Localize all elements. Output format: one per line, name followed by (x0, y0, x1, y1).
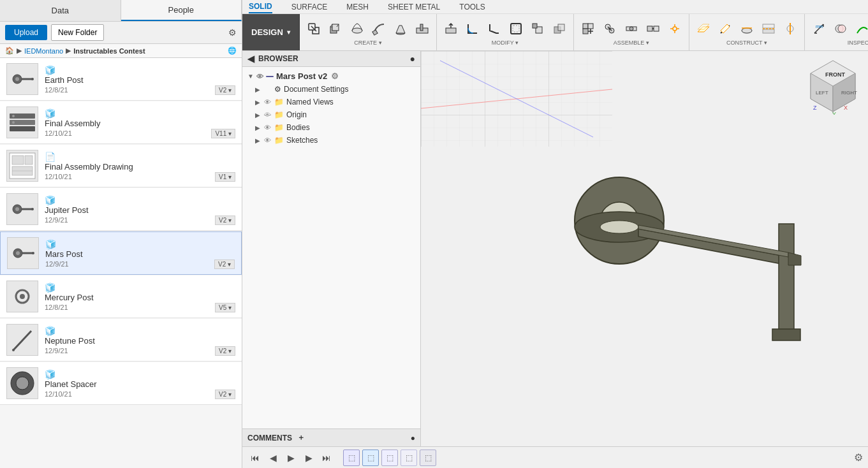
comments-collapse-icon[interactable]: ● (411, 434, 415, 442)
tree-bodies[interactable]: ▶ 👁 📁 Bodies (242, 121, 420, 134)
eye-icon[interactable]: 👁 (264, 124, 274, 131)
svg-point-3 (31, 78, 34, 80)
play-button[interactable]: ▶ (283, 450, 298, 465)
project-version[interactable]: V2 ▾ (214, 260, 235, 269)
root-name: Mars Post v2 (276, 71, 327, 81)
sweep-icon[interactable] (369, 19, 389, 38)
midplane-icon[interactable] (758, 19, 779, 38)
assemble-label[interactable]: ASSEMBLE ▾ (614, 40, 649, 46)
revolve-icon[interactable] (347, 19, 367, 38)
upload-button[interactable]: Upload (5, 25, 47, 40)
project-item[interactable]: 🧊 Earth Post 12/8/21 V2 ▾ (0, 58, 242, 101)
measure-icon[interactable]: mm (809, 19, 829, 38)
tab-solid[interactable]: SOLID (249, 1, 272, 13)
viewport-3d[interactable]: FRONT LEFT RIGHT X Z Y (421, 51, 868, 446)
settings-icon[interactable]: ⚙ (228, 27, 237, 38)
shell-icon[interactable] (506, 19, 526, 38)
eye-icon[interactable]: 👁 (256, 73, 263, 80)
axis-icon[interactable] (780, 19, 800, 38)
home-icon[interactable]: 🏠 (5, 47, 14, 55)
tree-named-views[interactable]: ▶ 👁 📁 Named Views (242, 96, 420, 108)
tree-origin[interactable]: ▶ 👁 📁 Origin (242, 108, 420, 121)
as-built-joint-icon[interactable] (621, 19, 642, 38)
browser-menu-icon[interactable]: ● (410, 54, 415, 64)
project-version[interactable]: V11 ▾ (211, 129, 235, 138)
prev-frame-button[interactable]: ◀ (265, 450, 281, 465)
project-version[interactable]: V2 ▾ (215, 390, 235, 399)
project-item[interactable]: 🧊 Final Assembly 12/10/21 V11 ▾ (0, 101, 242, 144)
project-item-mars[interactable]: 🧊 Mars Post 12/9/21 V2 ▾ (0, 231, 242, 275)
project-item[interactable]: 🧊 Jupiter Post 12/9/21 V2 ▾ (0, 188, 242, 231)
globe-icon[interactable]: 🌐 (228, 47, 237, 55)
plane-at-angle-icon[interactable] (715, 19, 735, 38)
new-component-icon[interactable] (578, 19, 598, 38)
nav-cube[interactable]: FRONT LEFT RIGHT X Z Y (804, 57, 862, 115)
tree-document-settings[interactable]: ▶ ⚙ Document Settings (242, 83, 420, 96)
interference-icon[interactable] (830, 19, 851, 38)
tl-icon-4[interactable]: ⬚ (401, 450, 417, 466)
eye-hidden-icon[interactable]: 👁 (264, 111, 274, 119)
rigid-group-icon[interactable] (643, 19, 663, 38)
project-version[interactable]: V2 ▾ (215, 216, 235, 225)
browser-collapse-icon[interactable]: ◀ (247, 54, 254, 64)
project-version[interactable]: V2 ▾ (215, 85, 235, 95)
chamfer-icon[interactable] (484, 19, 504, 38)
tangent-plane-icon[interactable] (737, 19, 757, 38)
joint-origin-icon[interactable] (665, 19, 685, 38)
tree-sketches[interactable]: ▶ 👁 📁 Sketches (242, 134, 420, 147)
breadcrumb-workspace[interactable]: IEDMontano (24, 47, 63, 55)
skip-end-button[interactable]: ⏭ (319, 450, 334, 465)
modify-label[interactable]: MODIFY ▾ (492, 40, 519, 46)
curvature-icon[interactable] (852, 19, 868, 38)
new-body-icon[interactable] (304, 19, 324, 38)
tree-root[interactable]: ▼ 👁 Mars Post v2 ⚙ (242, 69, 420, 83)
project-version[interactable]: V5 ▾ (215, 303, 235, 312)
project-version[interactable]: V1 ▾ (215, 172, 235, 182)
tab-sheetmetal[interactable]: SHEET METAL (388, 3, 440, 11)
construct-label[interactable]: CONSTRUCT ▾ (726, 40, 767, 46)
component-icon: 🧊 (45, 239, 232, 249)
extrude-icon[interactable] (325, 19, 346, 38)
skip-start-button[interactable]: ⏮ (247, 450, 263, 465)
comments-add-icon[interactable]: ＋ (297, 432, 305, 443)
project-item[interactable]: 🧊 Mercury Post 12/8/21 V5 ▾ (0, 275, 242, 318)
eye-icon[interactable]: 👁 (264, 136, 274, 144)
tab-people[interactable]: People (121, 0, 242, 21)
project-item[interactable]: 🧊 Neptune Post 12/9/21 V2 ▾ (0, 319, 242, 362)
component-icon: 🧊 (45, 369, 233, 379)
svg-line-24 (13, 331, 31, 350)
project-info: 🧊 Mercury Post 12/8/21 (45, 282, 235, 311)
tl-icon-2[interactable]: ⬚ (362, 450, 379, 466)
create-section: CREATE ▾ (300, 14, 437, 50)
tab-surface[interactable]: SURFACE (291, 3, 328, 11)
project-version[interactable]: V2 ▾ (215, 346, 235, 356)
next-frame-button[interactable]: ▶ (301, 450, 316, 465)
eye-icon[interactable]: 👁 (264, 98, 274, 106)
browser-tree: ▼ 👁 Mars Post v2 ⚙ ▶ ⚙ Document Settings (242, 67, 420, 428)
tl-icon-3[interactable]: ⬚ (381, 450, 398, 466)
press-pull-icon[interactable] (441, 19, 461, 38)
fillet-icon[interactable] (462, 19, 483, 38)
project-item[interactable]: 📄 Final Assembly Drawing 12/10/21 V1 ▾ (0, 145, 242, 187)
design-button[interactable]: DESIGN ▾ (242, 14, 300, 50)
tab-tools[interactable]: TOOLS (459, 3, 485, 11)
tl-icon-5[interactable]: ⬚ (420, 450, 436, 466)
new-folder-button[interactable]: New Folder (51, 24, 104, 41)
project-item[interactable]: 🧊 Planet Spacer 12/10/21 V2 ▾ (0, 362, 242, 405)
rib-icon[interactable] (412, 19, 432, 38)
project-name: Jupiter Post (45, 205, 235, 215)
create-label[interactable]: CREATE ▾ (354, 40, 381, 46)
loft-icon[interactable] (390, 19, 411, 38)
scale-icon[interactable] (527, 19, 548, 38)
tl-icon-1[interactable]: ⬚ (343, 450, 360, 466)
offset-plane-icon[interactable] (693, 19, 714, 38)
settings-icon-small[interactable]: ⚙ (331, 71, 339, 81)
tab-mesh[interactable]: MESH (346, 3, 369, 11)
right-area: SOLID SURFACE MESH SHEET METAL TOOLS DES… (242, 0, 868, 468)
combine-icon[interactable] (549, 19, 570, 38)
timeline-settings-icon[interactable]: ⚙ (854, 451, 863, 464)
svg-point-23 (20, 294, 25, 299)
tab-data[interactable]: Data (0, 0, 121, 21)
inspect-label[interactable]: INSPECT ▾ (848, 40, 868, 46)
joint-icon[interactable] (600, 19, 620, 38)
